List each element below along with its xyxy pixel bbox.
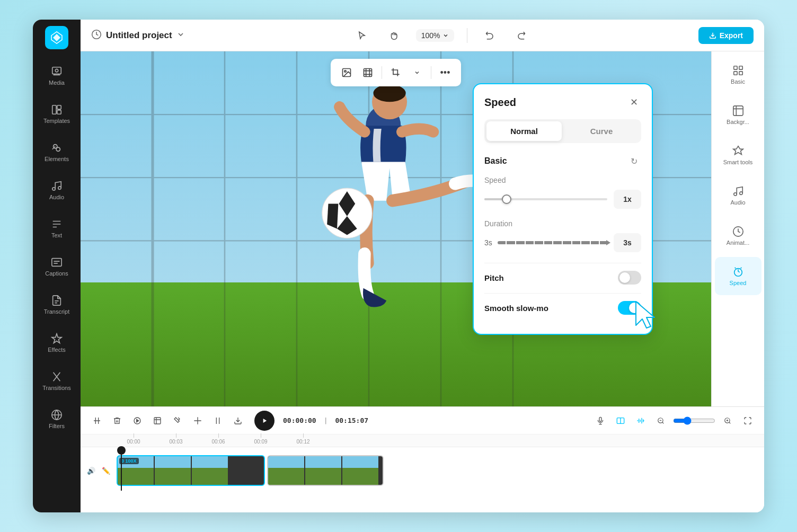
sidebar-item-transitions[interactable]: Transitions <box>36 363 78 399</box>
svg-rect-38 <box>599 417 601 421</box>
speed-panel-close-button[interactable]: ✕ <box>626 95 641 110</box>
smooth-slowmo-label: Smooth slow-mo <box>484 304 548 313</box>
pitch-toggle[interactable] <box>618 271 641 285</box>
header: Untitled project <box>81 20 764 51</box>
rp-item-basic[interactable]: Basic <box>715 56 761 94</box>
playhead <box>121 450 122 491</box>
audio-wave-button[interactable] <box>633 413 649 429</box>
header-divider <box>467 28 467 43</box>
smooth-slowmo-row: Smooth slow-mo <box>484 301 641 315</box>
rp-item-smart-tools[interactable]: Smart tools <box>715 136 761 174</box>
pitch-toggle-row: Pitch <box>484 271 641 285</box>
content-row: ••• <box>81 51 764 406</box>
clip-thumb-soccer-4 <box>268 456 304 485</box>
reset-button[interactable]: ↻ <box>626 154 641 169</box>
duration-markers <box>498 241 608 244</box>
video-clip-2[interactable] <box>267 455 384 486</box>
save-icon[interactable] <box>91 29 102 42</box>
undo-button[interactable] <box>480 26 499 45</box>
sidebar-item-transcript[interactable]: Transcript <box>36 287 78 323</box>
rp-item-audio[interactable]: Audio <box>715 176 761 215</box>
clip-thumb-4 <box>268 456 304 485</box>
track-edit-button[interactable]: ✏️ <box>100 464 112 477</box>
speed-field-label: Speed <box>484 176 641 184</box>
play-pause-timeline-button[interactable] <box>129 413 145 429</box>
duration-arrow <box>606 240 610 245</box>
download-button[interactable] <box>230 413 246 429</box>
audio-button[interactable] <box>170 413 185 429</box>
timeline-area: 00:00:00 | 00:15:07 <box>81 406 764 512</box>
timecode-separator: | <box>324 416 328 424</box>
speed-panel-title: Speed <box>484 96 516 109</box>
duration-end-value: 3s <box>614 233 641 252</box>
duration-track[interactable] <box>498 237 608 248</box>
sidebar-item-templates[interactable]: Templates <box>36 96 78 132</box>
fit-frame-button[interactable] <box>358 63 377 82</box>
total-timecode: 00:15:07 <box>335 416 368 424</box>
sidebar-item-filters[interactable]: Filters <box>36 401 78 437</box>
section-divider2 <box>484 293 641 294</box>
svg-point-6 <box>56 147 60 151</box>
export-button[interactable]: Export <box>698 27 754 44</box>
zoom-in-button[interactable] <box>720 413 736 429</box>
clip-thumb-soccer-6 <box>342 456 378 485</box>
timeline-tracks: 🔊 ✏️ 0 100X <box>81 447 764 512</box>
duration-marker <box>525 240 526 245</box>
sidebar-item-media[interactable]: Media <box>36 58 78 94</box>
fit-timeline-button[interactable] <box>740 413 756 429</box>
video-clip[interactable]: 0 100X <box>117 455 265 486</box>
trim-button[interactable] <box>149 413 165 429</box>
crop-dropdown-button[interactable] <box>408 63 427 82</box>
rp-item-background[interactable]: Backgr... <box>715 96 761 134</box>
rp-item-speed[interactable]: Speed <box>715 257 761 295</box>
sidebar-item-elements[interactable]: Elements <box>36 134 78 170</box>
tab-normal[interactable]: Normal <box>486 121 562 141</box>
timeline-right-controls <box>592 413 756 429</box>
duration-marker <box>534 240 535 245</box>
select-tool-button[interactable] <box>352 26 371 45</box>
sidebar-item-audio[interactable]: Audio <box>36 172 78 208</box>
svg-rect-9 <box>52 259 61 267</box>
svg-rect-31 <box>733 106 742 116</box>
header-left: Untitled project <box>91 29 185 42</box>
sidebar-item-text[interactable]: Text <box>36 210 78 246</box>
app-logo[interactable] <box>45 26 68 49</box>
crop-button[interactable] <box>386 63 405 82</box>
speed-slider-row: 1x <box>484 190 641 209</box>
duration-marker <box>543 240 544 245</box>
basic-section-title: Basic <box>484 156 507 166</box>
delete-button[interactable] <box>109 413 125 429</box>
auto-split-button[interactable] <box>210 413 226 429</box>
add-image-button[interactable] <box>337 63 356 82</box>
redo-button[interactable] <box>512 26 531 45</box>
svg-point-32 <box>733 193 737 196</box>
duration-field-label: Duration <box>484 219 641 228</box>
ruler-mark-0: 00:00 <box>112 433 155 445</box>
slider-thumb[interactable] <box>502 194 511 204</box>
svg-rect-28 <box>739 66 742 69</box>
sidebar-item-effects[interactable]: Effects <box>36 325 78 361</box>
clip-thumb-2 <box>155 456 191 485</box>
svg-point-8 <box>58 187 61 190</box>
sidebar-item-captions[interactable]: Captions <box>36 249 78 285</box>
video-track-row: 🔊 ✏️ 0 100X <box>81 451 764 490</box>
title-dropdown-icon[interactable] <box>176 30 185 41</box>
play-button[interactable] <box>254 411 274 431</box>
hand-tool-button[interactable] <box>384 26 403 45</box>
project-title: Untitled project <box>106 30 172 41</box>
tab-curve[interactable]: Curve <box>564 121 639 141</box>
rp-item-animation[interactable]: Animat... <box>715 217 761 255</box>
split-audio-button[interactable] <box>190 413 206 429</box>
mic-button[interactable] <box>592 413 608 429</box>
track-volume-button[interactable]: 🔊 <box>85 464 98 477</box>
zoom-control[interactable]: 100% <box>416 29 454 42</box>
timeline-zoom-slider[interactable] <box>673 416 715 425</box>
video-canvas: Speed ✕ Normal Curve Basic ↻ Speed <box>81 51 711 406</box>
speed-slider[interactable] <box>484 194 607 205</box>
zoom-out-button[interactable] <box>653 413 669 429</box>
split-tool-button[interactable] <box>89 413 105 429</box>
more-options-button[interactable]: ••• <box>436 63 455 82</box>
svg-rect-4 <box>57 110 61 114</box>
speed-tab-group: Normal Curve <box>484 119 641 143</box>
split-frame-button[interactable] <box>613 413 628 429</box>
